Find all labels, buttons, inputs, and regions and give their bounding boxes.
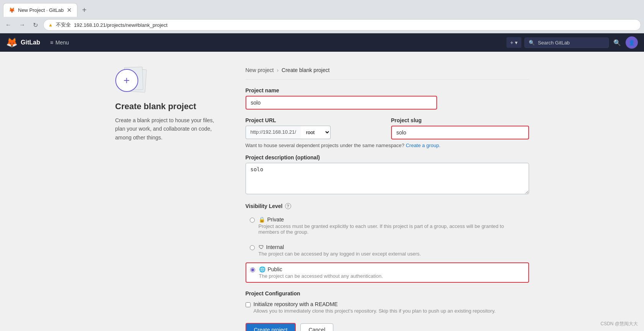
project-slug-label: Project slug xyxy=(391,117,529,123)
watermark: CSDN @慧阅大大 xyxy=(600,321,638,327)
search-icon: 🔍 xyxy=(529,40,535,46)
project-url-inner: http://192.168.10.21/ root xyxy=(246,126,383,139)
gitlab-logo[interactable]: 🦊 GitLab xyxy=(6,37,40,48)
visibility-radio-internal[interactable] xyxy=(250,245,255,250)
left-panel-description: Create a blank project to house your fil… xyxy=(115,116,223,142)
refresh-button[interactable]: ↻ xyxy=(31,20,40,30)
menu-label: Menu xyxy=(56,39,69,46)
readme-checkbox-row: Initialize repository with a README Allo… xyxy=(246,301,529,314)
create-group-link[interactable]: Create a group. xyxy=(406,143,440,148)
shield-icon: 🛡 xyxy=(259,244,264,250)
visibility-internal-body: 🛡 Internal The project can be accessed b… xyxy=(259,244,421,257)
security-warning-text: 不安全 xyxy=(56,21,71,28)
namespace-hint: Want to house several dependent projects… xyxy=(246,143,529,148)
readme-checkbox-label[interactable]: Initialize repository with a README xyxy=(254,301,338,307)
readme-checkbox-content: Initialize repository with a README Allo… xyxy=(254,301,496,314)
back-button[interactable]: ← xyxy=(3,20,14,30)
project-url-group: Project URL http://192.168.10.21/ root xyxy=(246,117,383,139)
chevron-down-icon: ▾ xyxy=(515,39,518,46)
url-prefix: http://192.168.10.21/ xyxy=(246,126,301,139)
visibility-label-text: Visibility Level xyxy=(246,203,283,209)
cancel-button[interactable]: Cancel xyxy=(300,323,333,331)
readme-checkbox[interactable] xyxy=(246,302,251,307)
search-bar[interactable]: 🔍 Search GitLab xyxy=(524,38,609,48)
visibility-public-desc: The project can be accessed without any … xyxy=(259,273,383,279)
create-button[interactable]: + ▾ xyxy=(506,37,521,48)
visibility-private-desc: Project access must be granted explicitl… xyxy=(259,223,525,235)
project-slug-group: Project slug xyxy=(391,117,529,139)
project-icon-area: + xyxy=(115,67,146,94)
menu-icon: ≡ xyxy=(50,39,53,46)
visibility-private-body: 🔒 Private Project access must be granted… xyxy=(259,216,525,235)
tab-bar: 🦊 New Project · GitLab ✕ + xyxy=(0,0,644,17)
project-description-input[interactable]: solo xyxy=(246,163,529,194)
plus-icon: + xyxy=(510,39,513,46)
project-name-group: Project name xyxy=(246,87,529,110)
visibility-radio-public[interactable] xyxy=(250,267,255,272)
namespace-hint-text: Want to house several dependent projects… xyxy=(246,143,405,148)
project-circle-icon: + xyxy=(115,69,138,92)
gitlab-header: 🦊 GitLab ≡ Menu + ▾ 🔍 Search GitLab 🔍 👤 xyxy=(0,33,644,52)
breadcrumb-new-project[interactable]: New project xyxy=(246,67,274,73)
breadcrumb: New project › Create blank project xyxy=(246,67,529,80)
visibility-private-title: 🔒 Private xyxy=(259,216,525,223)
gitlab-logo-text: GitLab xyxy=(21,39,40,46)
project-url-grid: Project URL http://192.168.10.21/ root P… xyxy=(246,117,529,139)
readme-checkbox-desc: Allows you to immediately clone this pro… xyxy=(254,308,496,314)
left-panel: + Create blank project Create a blank pr… xyxy=(115,67,223,331)
breadcrumb-separator: › xyxy=(277,67,279,73)
create-project-button[interactable]: Create project xyxy=(246,323,296,331)
visibility-public-body: 🌐 Public The project can be accessed wit… xyxy=(259,266,383,279)
tab-close-button[interactable]: ✕ xyxy=(67,7,72,14)
active-tab[interactable]: 🦊 New Project · GitLab ✕ xyxy=(3,3,77,17)
forward-button[interactable]: → xyxy=(17,20,28,30)
header-actions: + ▾ 🔍 Search GitLab 🔍 👤 xyxy=(506,36,638,49)
project-slug-input[interactable] xyxy=(391,126,529,139)
form-actions: Create project Cancel xyxy=(246,323,529,331)
browser-chrome: 🦊 New Project · GitLab ✕ + ← → ↻ ▲ 不安全 1… xyxy=(0,0,644,33)
project-url-label: Project URL xyxy=(246,117,383,123)
project-configuration-section: Project Configuration Initialize reposit… xyxy=(246,290,529,314)
breadcrumb-current: Create blank project xyxy=(282,67,329,73)
visibility-public-title: 🌐 Public xyxy=(259,266,383,272)
project-name-input[interactable] xyxy=(246,96,437,110)
project-description-group: Project description (optional) solo xyxy=(246,154,529,195)
right-panel: New project › Create blank project Proje… xyxy=(246,67,529,331)
project-name-label: Project name xyxy=(246,87,529,93)
visibility-help-icon[interactable]: ? xyxy=(285,203,291,209)
lock-icon: 🔒 xyxy=(259,216,265,223)
user-avatar-button[interactable]: 👤 xyxy=(626,36,638,49)
visibility-radio-private[interactable] xyxy=(250,218,255,223)
tab-title: New Project · GitLab xyxy=(18,7,64,13)
address-bar-row: ← → ↻ ▲ 不安全 192.168.10.21/projects/new#b… xyxy=(0,17,644,33)
address-url: 192.168.10.21/projects/new#blank_project xyxy=(74,22,167,28)
new-tab-button[interactable]: + xyxy=(79,4,90,16)
visibility-option-public[interactable]: 🌐 Public The project can be accessed wit… xyxy=(246,262,529,283)
visibility-title: Visibility Level ? xyxy=(246,203,529,209)
left-panel-title: Create blank project xyxy=(115,102,223,111)
security-warning-icon: ▲ xyxy=(48,22,53,28)
visibility-internal-title: 🛡 Internal xyxy=(259,244,421,250)
visibility-section: Visibility Level ? 🔒 Private Project acc… xyxy=(246,203,529,283)
gitlab-fox-icon: 🦊 xyxy=(6,37,18,48)
address-bar[interactable]: ▲ 不安全 192.168.10.21/projects/new#blank_p… xyxy=(43,19,641,31)
menu-button[interactable]: ≡ Menu xyxy=(46,37,73,48)
visibility-internal-desc: The project can be accessed by any logge… xyxy=(259,251,421,257)
tab-favicon: 🦊 xyxy=(9,7,15,13)
visibility-option-internal[interactable]: 🛡 Internal The project can be accessed b… xyxy=(246,241,529,260)
project-description-label: Project description (optional) xyxy=(246,154,529,161)
main-content: + Create blank project Create a blank pr… xyxy=(92,52,552,331)
project-config-title: Project Configuration xyxy=(246,290,529,297)
visibility-option-private[interactable]: 🔒 Private Project access must be granted… xyxy=(246,213,529,238)
search-placeholder: Search GitLab xyxy=(538,40,570,46)
namespace-select[interactable]: root xyxy=(301,126,331,139)
search-button[interactable]: 🔍 xyxy=(612,38,623,48)
globe-icon: 🌐 xyxy=(259,266,265,272)
